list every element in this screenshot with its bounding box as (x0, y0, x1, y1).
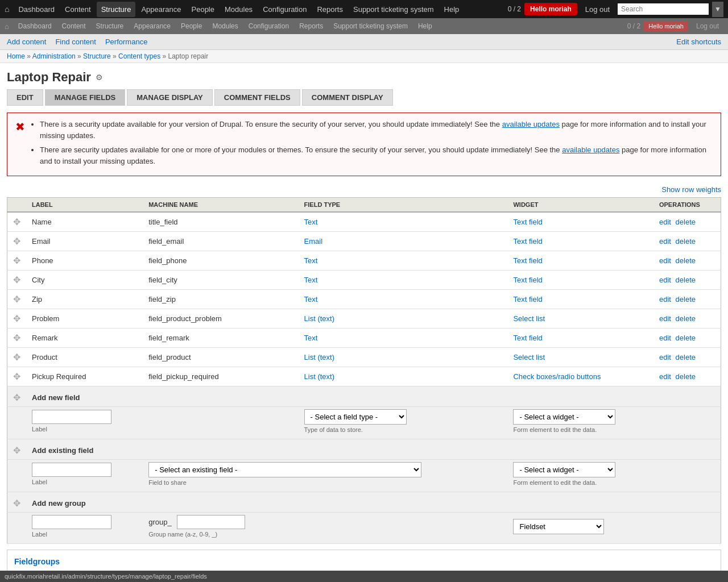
available-updates-link-1[interactable]: available updates (502, 120, 560, 128)
delete-field-link[interactable]: delete (676, 314, 696, 323)
breadcrumb-admin[interactable]: Administration (32, 52, 76, 60)
delete-field-link[interactable]: delete (676, 295, 696, 304)
existing-widget-select[interactable]: - Select a widget - (513, 462, 615, 477)
second-nav-reports[interactable]: Reports (295, 20, 328, 32)
delete-field-link[interactable]: delete (676, 276, 696, 284)
field-type-link[interactable]: Text (304, 256, 318, 265)
second-nav-appearance[interactable]: Appearance (129, 20, 175, 32)
drag-handle-cell[interactable]: ✥ (7, 329, 27, 348)
tab-manage-display[interactable]: MANAGE DISPLAY (127, 89, 213, 106)
drag-handle-icon[interactable]: ✥ (13, 294, 20, 304)
drag-handle-cell[interactable]: ✥ (7, 348, 27, 367)
second-nav-content[interactable]: Content (57, 20, 90, 32)
drag-handle-cell[interactable]: ✥ (7, 232, 27, 251)
tab-comment-display[interactable]: COMMENT DISPLAY (302, 89, 393, 106)
widget-link[interactable]: Check boxes/radio buttons (513, 372, 601, 381)
find-content-link[interactable]: Find content (55, 38, 96, 46)
delete-field-link[interactable]: delete (676, 334, 696, 342)
drag-handle-icon[interactable]: ✥ (13, 352, 20, 362)
drag-handle-icon[interactable]: ✥ (13, 275, 20, 285)
nav-structure[interactable]: Structure (97, 2, 136, 17)
widget-link[interactable]: Select list (513, 314, 545, 323)
tab-manage-fields[interactable]: MANAGE FIELDS (45, 89, 126, 106)
field-type-link[interactable]: List (text) (304, 314, 334, 323)
nav-dashboard[interactable]: Dashboard (14, 2, 59, 17)
drag-handle-cell[interactable]: ✥ (7, 271, 27, 290)
drag-handle-icon[interactable]: ✥ (13, 372, 20, 381)
tab-comment-fields[interactable]: COMMENT FIELDS (214, 89, 300, 106)
breadcrumb-home[interactable]: Home (7, 52, 25, 60)
edit-field-link[interactable]: edit (659, 276, 671, 284)
drag-handle-icon[interactable]: ✥ (13, 314, 20, 323)
delete-field-link[interactable]: delete (676, 218, 696, 226)
field-type-link[interactable]: Email (304, 237, 323, 246)
delete-field-link[interactable]: delete (676, 353, 696, 361)
field-type-link[interactable]: Text (304, 334, 318, 342)
drag-handle-cell[interactable]: ✥ (7, 367, 27, 386)
add-existing-drag[interactable]: ✥ (7, 439, 27, 460)
drag-handle-cell[interactable]: ✥ (7, 212, 27, 232)
nav-appearance[interactable]: Appearance (136, 2, 185, 17)
widget-link[interactable]: Text field (513, 218, 542, 226)
edit-field-link[interactable]: edit (659, 372, 671, 381)
drag-handle-icon[interactable]: ✥ (13, 393, 20, 402)
available-updates-link-2[interactable]: available updates (562, 146, 619, 154)
edit-field-link[interactable]: edit (659, 218, 671, 226)
edit-field-link[interactable]: edit (659, 237, 671, 246)
drag-handle-cell[interactable]: ✥ (7, 290, 27, 309)
delete-field-link[interactable]: delete (676, 372, 696, 381)
widget-link[interactable]: Text field (513, 256, 542, 265)
edit-field-link[interactable]: edit (659, 314, 671, 323)
delete-field-link[interactable]: delete (676, 237, 696, 246)
field-type-link[interactable]: Text (304, 218, 318, 226)
second-nav-configuration[interactable]: Configuration (244, 20, 293, 32)
widget-link[interactable]: Text field (513, 334, 542, 342)
logout-link[interactable]: Log out (581, 2, 614, 17)
second-nav-support[interactable]: Support ticketing system (329, 20, 412, 32)
field-type-select[interactable]: - Select a field type - (304, 409, 407, 425)
drag-handle-icon[interactable]: ✥ (13, 333, 20, 343)
nav-help[interactable]: Help (440, 2, 464, 17)
fieldset-select[interactable]: Fieldset (513, 519, 604, 534)
nav-reports[interactable]: Reports (312, 2, 348, 17)
delete-field-link[interactable]: delete (676, 256, 696, 265)
add-new-field-drag[interactable]: ✥ (7, 386, 27, 407)
home-icon[interactable]: ⌂ (5, 5, 9, 14)
widget-link[interactable]: Text field (513, 276, 542, 284)
existing-field-select[interactable]: - Select an existing field - (148, 462, 421, 477)
second-nav-structure[interactable]: Structure (92, 20, 129, 32)
nav-configuration[interactable]: Configuration (258, 2, 311, 17)
field-type-link[interactable]: Text (304, 276, 318, 284)
nav-people[interactable]: People (187, 2, 219, 17)
group-name-input[interactable] (177, 515, 245, 529)
group-label-input[interactable] (32, 515, 111, 529)
drag-handle-icon[interactable]: ✥ (13, 446, 20, 455)
edit-field-link[interactable]: edit (659, 295, 671, 304)
field-type-link[interactable]: List (text) (304, 353, 334, 361)
drag-handle-cell[interactable]: ✥ (7, 309, 27, 329)
field-type-link[interactable]: Text (304, 295, 318, 304)
drag-handle-icon[interactable]: ✥ (13, 217, 20, 227)
edit-field-link[interactable]: edit (659, 256, 671, 265)
drag-handle-icon[interactable]: ✥ (13, 236, 20, 246)
search-input[interactable] (618, 3, 709, 15)
add-group-drag[interactable]: ✥ (7, 492, 27, 513)
nav-support[interactable]: Support ticketing system (349, 2, 439, 17)
second-nav-help[interactable]: Help (413, 20, 437, 32)
second-nav-modules[interactable]: Modules (208, 20, 242, 32)
breadcrumb-structure[interactable]: Structure (83, 52, 111, 60)
new-field-widget-select[interactable]: - Select a widget - (513, 409, 615, 425)
edit-field-link[interactable]: edit (659, 334, 671, 342)
field-type-link[interactable]: List (text) (304, 372, 334, 381)
drag-handle-cell[interactable]: ✥ (7, 251, 27, 271)
scroll-button[interactable]: ▼ (712, 2, 723, 17)
widget-link[interactable]: Select list (513, 353, 545, 361)
edit-field-link[interactable]: edit (659, 353, 671, 361)
new-field-label-input[interactable] (32, 410, 111, 424)
edit-shortcuts-link[interactable]: Edit shortcuts (676, 38, 721, 46)
drag-handle-icon[interactable]: ✥ (13, 498, 20, 508)
second-nav-people[interactable]: People (176, 20, 206, 32)
performance-link[interactable]: Performance (105, 38, 147, 46)
existing-field-label-input[interactable] (32, 463, 111, 477)
breadcrumb-content-types[interactable]: Content types (118, 52, 160, 60)
